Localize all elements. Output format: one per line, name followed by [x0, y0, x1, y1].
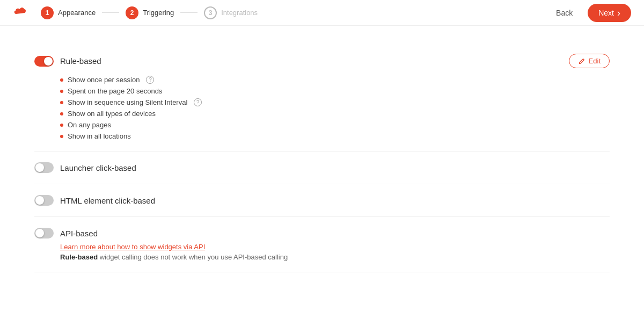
section-api-based: API-based Learn more about how to show w… — [34, 217, 610, 272]
bullet-icon — [60, 90, 63, 93]
step-3: 3 Integrations — [204, 6, 258, 19]
section-html-element-click-based: HTML element click-based — [34, 184, 610, 217]
rule-item-text: Show once per session — [68, 76, 140, 84]
html-element-toggle[interactable] — [34, 195, 54, 206]
rule-item-text: Show on all types of devices — [68, 110, 156, 118]
api-based-toggle[interactable] — [34, 228, 54, 238]
step-1-number: 1 — [41, 6, 54, 19]
step-2-number: 2 — [126, 6, 138, 19]
html-element-title: HTML element click-based — [60, 196, 155, 205]
toggle-track — [34, 56, 54, 67]
edit-button[interactable]: Edit — [569, 54, 610, 68]
bullet-icon — [60, 135, 63, 138]
launcher-toggle[interactable] — [34, 162, 54, 173]
header: 1 Appearance 2 Triggering 3 Integrations… — [0, 0, 644, 26]
rule-item-text: Show in all locations — [68, 132, 131, 140]
api-note: Rule-based widget calling does not work … — [60, 253, 610, 261]
bullet-icon — [60, 124, 63, 127]
bullet-icon — [60, 112, 63, 115]
rule-item: Spent on the page 20 seconds — [60, 87, 610, 95]
api-note-bold: Rule-based — [60, 253, 98, 261]
api-based-title: API-based — [60, 229, 98, 238]
rule-item: Show on all types of devices — [60, 110, 610, 118]
step-1-label: Appearance — [58, 9, 96, 17]
main-content: Rule-based Edit Show once per session?Sp… — [0, 26, 644, 290]
rule-items-list: Show once per session?Spent on the page … — [60, 76, 610, 140]
help-icon[interactable]: ? — [194, 98, 202, 106]
rule-item-text: On any pages — [68, 121, 111, 129]
rule-item-text: Spent on the page 20 seconds — [68, 87, 162, 95]
rule-based-title: Rule-based — [60, 56, 101, 66]
rule-item-text: Show in sequence using Silent Interval — [68, 98, 187, 106]
back-button[interactable]: Back — [550, 5, 579, 20]
logo-icon — [13, 5, 28, 20]
step-group: 1 Appearance 2 Triggering 3 Integrations — [41, 6, 258, 19]
help-icon[interactable]: ? — [146, 76, 154, 84]
rule-item: Show in all locations — [60, 132, 610, 140]
chevron-right-icon — [617, 8, 620, 18]
toggle-thumb — [35, 229, 44, 237]
step-2-label: Triggering — [143, 9, 174, 17]
step-1: 1 Appearance — [41, 6, 96, 19]
step-3-number: 3 — [204, 6, 217, 19]
toggle-track — [34, 228, 54, 238]
launcher-title: Launcher click-based — [60, 163, 136, 172]
pencil-icon — [578, 57, 586, 65]
step-3-label: Integrations — [221, 9, 258, 17]
toggle-thumb — [35, 196, 44, 205]
toggle-track — [34, 195, 54, 206]
rule-item: Show in sequence using Silent Interval? — [60, 98, 610, 106]
toggle-thumb — [44, 57, 53, 66]
rule-item: Show once per session? — [60, 76, 610, 84]
next-button[interactable]: Next — [588, 4, 631, 22]
rule-based-toggle[interactable] — [34, 56, 54, 67]
step-divider-1 — [102, 12, 119, 13]
step-2: 2 Triggering — [126, 6, 174, 19]
rule-item: On any pages — [60, 121, 610, 129]
api-learn-more-link[interactable]: Learn more about how to show widgets via… — [60, 243, 610, 251]
api-note-rest: widget calling does not work when you us… — [98, 253, 288, 261]
bullet-icon — [60, 101, 63, 104]
section-rule-based: Rule-based Edit Show once per session?Sp… — [34, 43, 610, 151]
section-launcher-click-based: Launcher click-based — [34, 151, 610, 184]
toggle-track — [34, 162, 54, 173]
bullet-icon — [60, 78, 63, 82]
toggle-thumb — [35, 163, 44, 172]
step-divider-2 — [180, 12, 197, 13]
